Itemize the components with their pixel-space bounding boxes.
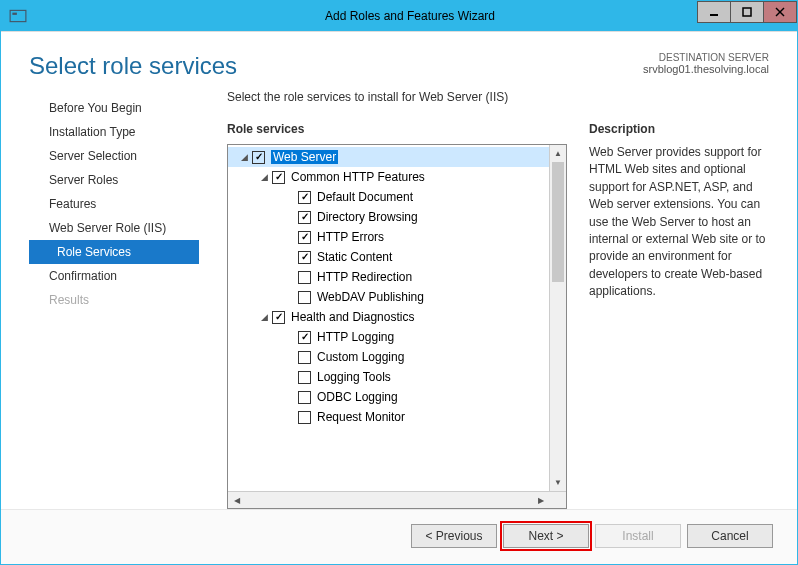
checkbox[interactable] bbox=[298, 291, 311, 304]
tree-item-odbc-logging[interactable]: ODBC Logging bbox=[228, 387, 566, 407]
page-title: Select role services bbox=[29, 52, 237, 80]
tree-item-request-monitor[interactable]: Request Monitor bbox=[228, 407, 566, 427]
destination-server: DESTINATION SERVER srvblog01.thesolving.… bbox=[643, 52, 769, 75]
close-button[interactable] bbox=[763, 1, 797, 23]
cancel-button[interactable]: Cancel bbox=[687, 524, 773, 548]
tree-item-health-and-diagnostics[interactable]: ◢Health and Diagnostics bbox=[228, 307, 566, 327]
horizontal-scrollbar[interactable]: ◀ ▶ bbox=[228, 491, 566, 508]
nav-item-web-server-role-iis-[interactable]: Web Server Role (IIS) bbox=[29, 216, 199, 240]
titlebar: Add Roles and Features Wizard bbox=[1, 1, 797, 31]
svg-rect-3 bbox=[743, 8, 751, 16]
tree-item-http-redirection[interactable]: HTTP Redirection bbox=[228, 267, 566, 287]
role-services-tree: ◢Web Server◢Common HTTP FeaturesDefault … bbox=[227, 144, 567, 509]
checkbox[interactable] bbox=[298, 211, 311, 224]
nav-item-confirmation[interactable]: Confirmation bbox=[29, 264, 199, 288]
nav-item-results: Results bbox=[29, 288, 199, 312]
expander-icon[interactable]: ◢ bbox=[238, 152, 250, 162]
tree-item-custom-logging[interactable]: Custom Logging bbox=[228, 347, 566, 367]
tree-item-label: Static Content bbox=[317, 250, 392, 264]
tree-item-web-server[interactable]: ◢Web Server bbox=[228, 147, 566, 167]
tree-item-label: Request Monitor bbox=[317, 410, 405, 424]
checkbox[interactable] bbox=[298, 251, 311, 264]
tree-item-label: WebDAV Publishing bbox=[317, 290, 424, 304]
tree-item-label: Health and Diagnostics bbox=[291, 310, 414, 324]
tree-item-logging-tools[interactable]: Logging Tools bbox=[228, 367, 566, 387]
tree-item-label: Web Server bbox=[271, 150, 338, 164]
tree-item-http-errors[interactable]: HTTP Errors bbox=[228, 227, 566, 247]
tree-item-label: HTTP Errors bbox=[317, 230, 384, 244]
tree-item-default-document[interactable]: Default Document bbox=[228, 187, 566, 207]
tree-item-directory-browsing[interactable]: Directory Browsing bbox=[228, 207, 566, 227]
tree-body[interactable]: ◢Web Server◢Common HTTP FeaturesDefault … bbox=[228, 145, 566, 491]
previous-button[interactable]: < Previous bbox=[411, 524, 497, 548]
tree-item-label: Directory Browsing bbox=[317, 210, 418, 224]
scroll-down-icon[interactable]: ▼ bbox=[550, 474, 566, 491]
checkbox[interactable] bbox=[298, 411, 311, 424]
nav-item-role-services[interactable]: Role Services bbox=[29, 240, 199, 264]
checkbox[interactable] bbox=[298, 191, 311, 204]
checkbox[interactable] bbox=[298, 351, 311, 364]
svg-rect-1 bbox=[12, 13, 17, 15]
description-text: Web Server provides support for HTML Web… bbox=[589, 144, 769, 301]
checkbox[interactable] bbox=[298, 231, 311, 244]
checkbox[interactable] bbox=[298, 391, 311, 404]
wizard-nav: Before You BeginInstallation TypeServer … bbox=[29, 90, 199, 509]
checkbox[interactable] bbox=[298, 371, 311, 384]
content-area: Select role services DESTINATION SERVER … bbox=[1, 31, 797, 564]
tree-item-static-content[interactable]: Static Content bbox=[228, 247, 566, 267]
install-button: Install bbox=[595, 524, 681, 548]
expander-icon[interactable]: ◢ bbox=[258, 172, 270, 182]
nav-item-server-selection[interactable]: Server Selection bbox=[29, 144, 199, 168]
tree-item-label: Default Document bbox=[317, 190, 413, 204]
checkbox[interactable] bbox=[272, 171, 285, 184]
checkbox[interactable] bbox=[272, 311, 285, 324]
instruction-text: Select the role services to install for … bbox=[227, 90, 769, 104]
destination-value: srvblog01.thesolving.local bbox=[643, 63, 769, 75]
checkbox[interactable] bbox=[298, 331, 311, 344]
tree-item-label: ODBC Logging bbox=[317, 390, 398, 404]
tree-item-http-logging[interactable]: HTTP Logging bbox=[228, 327, 566, 347]
nav-item-features[interactable]: Features bbox=[29, 192, 199, 216]
destination-label: DESTINATION SERVER bbox=[643, 52, 769, 63]
next-button[interactable]: Next > bbox=[503, 524, 589, 548]
tree-item-label: Common HTTP Features bbox=[291, 170, 425, 184]
checkbox[interactable] bbox=[298, 271, 311, 284]
checkbox[interactable] bbox=[252, 151, 265, 164]
scroll-thumb[interactable] bbox=[552, 162, 564, 282]
description-title: Description bbox=[589, 122, 769, 136]
nav-item-installation-type[interactable]: Installation Type bbox=[29, 120, 199, 144]
window-title: Add Roles and Features Wizard bbox=[27, 9, 793, 23]
nav-item-before-you-begin[interactable]: Before You Begin bbox=[29, 96, 199, 120]
tree-item-webdav-publishing[interactable]: WebDAV Publishing bbox=[228, 287, 566, 307]
expander-icon[interactable]: ◢ bbox=[258, 312, 270, 322]
maximize-button[interactable] bbox=[730, 1, 764, 23]
scroll-right-icon[interactable]: ▶ bbox=[532, 492, 549, 509]
scroll-up-icon[interactable]: ▲ bbox=[550, 145, 566, 162]
minimize-button[interactable] bbox=[697, 1, 731, 23]
tree-item-label: Custom Logging bbox=[317, 350, 404, 364]
scroll-left-icon[interactable]: ◀ bbox=[228, 492, 245, 509]
tree-item-label: HTTP Logging bbox=[317, 330, 394, 344]
tree-item-common-http-features[interactable]: ◢Common HTTP Features bbox=[228, 167, 566, 187]
tree-item-label: Logging Tools bbox=[317, 370, 391, 384]
role-services-title: Role services bbox=[227, 122, 567, 136]
wizard-window: Add Roles and Features Wizard Select rol… bbox=[0, 0, 798, 565]
wizard-footer: < Previous Next > Install Cancel bbox=[1, 509, 797, 564]
nav-item-server-roles[interactable]: Server Roles bbox=[29, 168, 199, 192]
svg-rect-0 bbox=[10, 10, 26, 21]
tree-item-label: HTTP Redirection bbox=[317, 270, 412, 284]
app-icon bbox=[9, 7, 27, 25]
vertical-scrollbar[interactable]: ▲ ▼ bbox=[549, 145, 566, 491]
